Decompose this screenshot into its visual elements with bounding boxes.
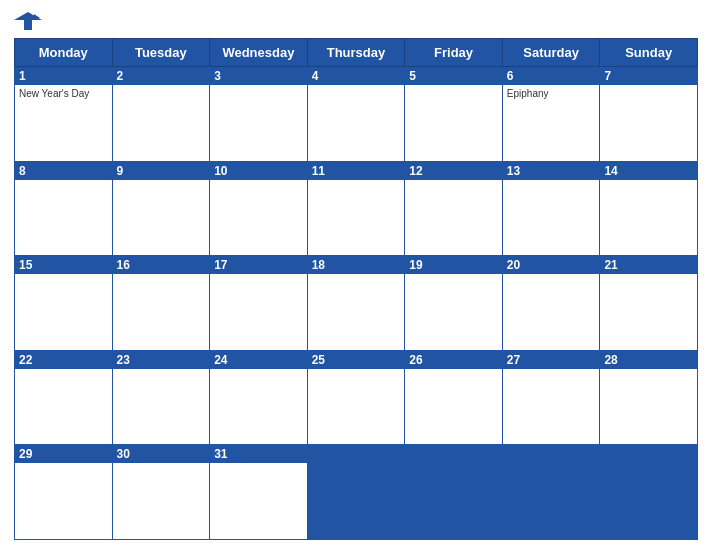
header-wednesday: Wednesday (210, 39, 308, 67)
day-number: 12 (405, 162, 502, 180)
calendar-day-cell: 31 (210, 445, 308, 540)
day-number: 28 (600, 351, 697, 369)
calendar-day-cell: 5 (405, 67, 503, 162)
calendar-week-row: 15161718192021 (15, 256, 698, 351)
calendar-week-row: 1New Year's Day23456Epiphany7 (15, 67, 698, 162)
day-number: 9 (113, 162, 210, 180)
calendar-day-cell: 1New Year's Day (15, 67, 113, 162)
calendar-day-cell: 30 (112, 445, 210, 540)
calendar-body: 1New Year's Day23456Epiphany789101112131… (15, 67, 698, 540)
day-number: 15 (15, 256, 112, 274)
day-number: 6 (503, 67, 600, 85)
calendar-day-cell: 7 (600, 67, 698, 162)
calendar-day-cell: 20 (502, 256, 600, 351)
calendar-day-cell: 29 (15, 445, 113, 540)
calendar-day-cell: 24 (210, 350, 308, 445)
calendar-day-cell: 11 (307, 161, 405, 256)
calendar-day-cell: 22 (15, 350, 113, 445)
header-sunday: Sunday (600, 39, 698, 67)
calendar-day-cell: 6Epiphany (502, 67, 600, 162)
day-number: 23 (113, 351, 210, 369)
day-number: 1 (15, 67, 112, 85)
header-tuesday: Tuesday (112, 39, 210, 67)
svg-marker-0 (14, 12, 42, 30)
day-number: 19 (405, 256, 502, 274)
day-number: 11 (308, 162, 405, 180)
calendar-day-cell: 23 (112, 350, 210, 445)
calendar-day-cell: 15 (15, 256, 113, 351)
calendar-day-cell: 8 (15, 161, 113, 256)
page: Monday Tuesday Wednesday Thursday Friday… (0, 0, 712, 550)
day-number: 27 (503, 351, 600, 369)
day-number: 16 (113, 256, 210, 274)
day-number: 5 (405, 67, 502, 85)
calendar-day-cell: 10 (210, 161, 308, 256)
day-number: 13 (503, 162, 600, 180)
calendar-day-cell (405, 445, 503, 540)
calendar-day-cell: 27 (502, 350, 600, 445)
calendar-day-cell: 13 (502, 161, 600, 256)
calendar-day-cell: 12 (405, 161, 503, 256)
calendar-day-cell: 18 (307, 256, 405, 351)
day-number: 21 (600, 256, 697, 274)
weekday-header-row: Monday Tuesday Wednesday Thursday Friday… (15, 39, 698, 67)
calendar-day-cell: 16 (112, 256, 210, 351)
day-number: 8 (15, 162, 112, 180)
calendar-day-cell: 3 (210, 67, 308, 162)
header-saturday: Saturday (502, 39, 600, 67)
day-number: 29 (15, 445, 112, 463)
calendar-day-cell (502, 445, 600, 540)
logo (14, 10, 46, 32)
day-number: 24 (210, 351, 307, 369)
day-number: 30 (113, 445, 210, 463)
calendar-day-cell: 14 (600, 161, 698, 256)
day-number: 25 (308, 351, 405, 369)
day-number: 22 (15, 351, 112, 369)
day-number: 10 (210, 162, 307, 180)
logo-bird-icon (14, 10, 42, 32)
day-number: 4 (308, 67, 405, 85)
holiday-label: New Year's Day (19, 88, 108, 99)
header-friday: Friday (405, 39, 503, 67)
calendar-week-row: 891011121314 (15, 161, 698, 256)
calendar-day-cell (307, 445, 405, 540)
header-monday: Monday (15, 39, 113, 67)
day-number: 26 (405, 351, 502, 369)
calendar-day-cell: 21 (600, 256, 698, 351)
day-number: 3 (210, 67, 307, 85)
calendar-day-cell: 2 (112, 67, 210, 162)
day-number: 20 (503, 256, 600, 274)
calendar-day-cell: 17 (210, 256, 308, 351)
day-number: 31 (210, 445, 307, 463)
calendar-day-cell (600, 445, 698, 540)
header-thursday: Thursday (307, 39, 405, 67)
calendar-day-cell: 26 (405, 350, 503, 445)
day-number: 17 (210, 256, 307, 274)
day-number: 7 (600, 67, 697, 85)
calendar-day-cell: 28 (600, 350, 698, 445)
calendar-week-row: 293031 (15, 445, 698, 540)
calendar-table: Monday Tuesday Wednesday Thursday Friday… (14, 38, 698, 540)
calendar-day-cell: 25 (307, 350, 405, 445)
calendar-day-cell: 9 (112, 161, 210, 256)
header (14, 10, 698, 32)
day-number: 2 (113, 67, 210, 85)
day-number: 18 (308, 256, 405, 274)
calendar-week-row: 22232425262728 (15, 350, 698, 445)
holiday-label: Epiphany (507, 88, 596, 99)
calendar-day-cell: 4 (307, 67, 405, 162)
day-number: 14 (600, 162, 697, 180)
calendar-header: Monday Tuesday Wednesday Thursday Friday… (15, 39, 698, 67)
calendar-day-cell: 19 (405, 256, 503, 351)
